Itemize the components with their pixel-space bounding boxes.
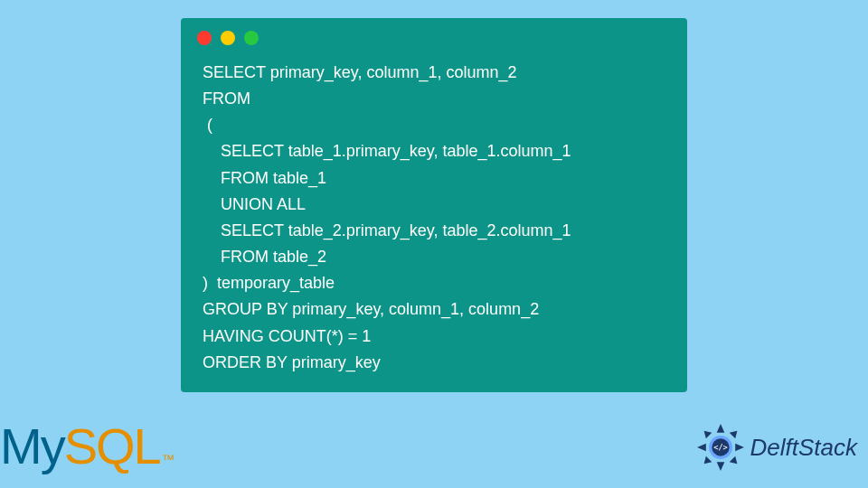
mysql-logo-tm: ™	[162, 452, 175, 466]
window-dot-minimize	[221, 31, 235, 45]
window-dot-maximize	[244, 31, 259, 45]
mysql-logo-my: My	[0, 417, 64, 475]
svg-marker-1	[729, 431, 737, 439]
svg-marker-3	[729, 456, 737, 465]
svg-marker-5	[703, 456, 712, 465]
svg-marker-4	[716, 462, 724, 471]
svg-text:</>: </>	[713, 443, 728, 452]
sql-code-block: SELECT primary_key, column_1, column_2 F…	[181, 54, 687, 376]
svg-marker-6	[697, 444, 706, 452]
delftstack-badge-icon: </>	[696, 423, 745, 472]
mysql-logo: My SQL ™	[0, 417, 175, 475]
svg-marker-7	[703, 431, 712, 439]
delftstack-logo: </> DelftStack	[696, 423, 858, 472]
code-window: SELECT primary_key, column_1, column_2 F…	[181, 18, 687, 392]
mysql-logo-sql: SQL	[64, 417, 160, 475]
window-controls	[181, 18, 687, 54]
delftstack-text: DelftStack	[750, 434, 858, 462]
svg-marker-2	[735, 444, 744, 452]
window-dot-close	[197, 31, 212, 45]
svg-marker-0	[716, 424, 724, 433]
